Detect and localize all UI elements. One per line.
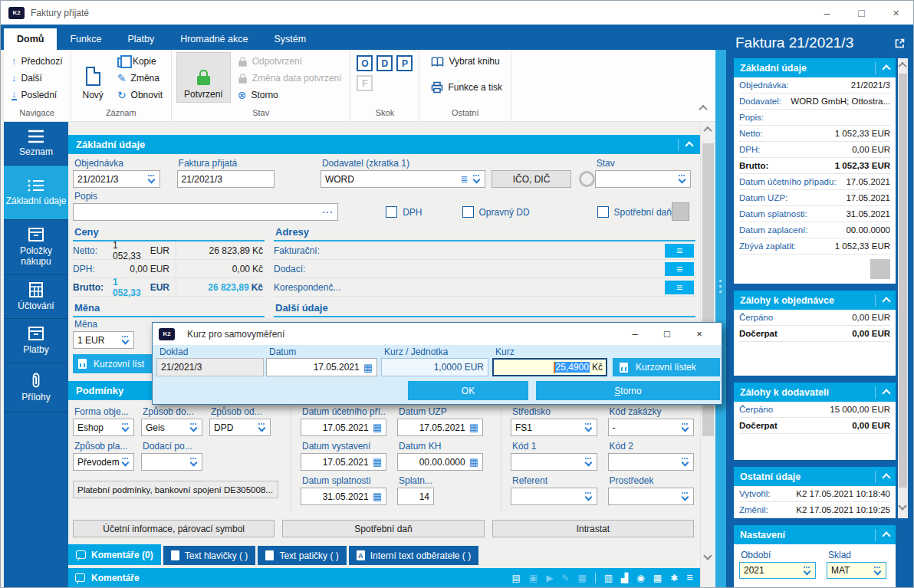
dropdown-icon[interactable]: [472, 175, 481, 183]
forma-objednani-combo[interactable]: Eshop: [73, 419, 134, 436]
collapse-card-button[interactable]: [875, 294, 889, 307]
dropdown-icon[interactable]: [678, 175, 686, 183]
stredisko-combo[interactable]: FS1: [511, 419, 597, 436]
jump-o-button[interactable]: O: [357, 55, 373, 71]
datum-vystaveni-input[interactable]: 17.05.2021▦: [301, 453, 386, 471]
sklad-combo[interactable]: MAT: [827, 562, 886, 579]
collapse-card-button[interactable]: [875, 471, 889, 483]
dialog-maximize-button[interactable]: □: [651, 328, 683, 340]
collapse-ribbon-button[interactable]: [700, 103, 706, 113]
collapse-card-button[interactable]: [875, 386, 889, 399]
dropdown-icon[interactable]: [121, 458, 130, 466]
select-book-button[interactable]: Vybrat knihu: [427, 54, 506, 69]
scroll-up-icon[interactable]: [898, 62, 906, 71]
dropdown-icon[interactable]: [121, 336, 130, 344]
address-menu-button[interactable]: [665, 244, 694, 258]
address-menu-button[interactable]: [665, 262, 694, 276]
referent-combo[interactable]: [511, 488, 597, 505]
print-icon[interactable]: [604, 573, 613, 583]
storno-button[interactable]: Storno: [536, 381, 720, 400]
faktura-input[interactable]: 21/2021/3: [177, 170, 275, 188]
spotrebni-dan-button[interactable]: Spotřební daň: [282, 520, 484, 537]
users-icon[interactable]: [636, 573, 644, 583]
popis-input[interactable]: ···: [73, 203, 338, 221]
tab-platby[interactable]: Platby: [114, 28, 167, 50]
address-menu-button[interactable]: [665, 281, 694, 294]
jump-d-button[interactable]: D: [376, 55, 393, 71]
calendar-icon[interactable]: ▦: [469, 457, 478, 467]
close-button[interactable]: ×: [879, 1, 913, 25]
dropdown-icon[interactable]: [681, 492, 689, 501]
splatnost-input[interactable]: 14: [397, 488, 434, 505]
kurzovni-listek-button[interactable]: Kurzovní lístek: [613, 358, 720, 376]
zpusob-odeslani-combo[interactable]: DPD: [209, 419, 271, 436]
opravny-dd-checkbox[interactable]: [462, 206, 474, 218]
previous-button[interactable]: ↑ Předchozí: [8, 54, 66, 69]
mena-combo[interactable]: 1 EUR: [73, 331, 134, 349]
confirm-button[interactable]: Potvrzení: [176, 52, 231, 103]
dodavatel-combo[interactable]: WORD ≣: [321, 170, 485, 188]
functions-print-button[interactable]: Funkce a tisk: [427, 80, 506, 95]
prostredek-combo[interactable]: [608, 488, 695, 505]
datum-splatnosti-input[interactable]: 31.05.2021▦: [301, 488, 386, 505]
scroll-down-icon[interactable]: [898, 501, 906, 510]
change-button[interactable]: ✎ Změna: [113, 71, 166, 86]
calendar-icon[interactable]: ▦: [363, 363, 373, 373]
dodaci-podminky-combo[interactable]: [141, 453, 202, 471]
kurz-input[interactable]: 25,4900 Kč: [492, 358, 607, 376]
dph-checkbox[interactable]: [386, 206, 397, 218]
collapse-section-button[interactable]: [678, 139, 692, 151]
tab-text-hlavicky[interactable]: Text hlavičky ( ): [163, 546, 256, 565]
columns-icon[interactable]: [653, 573, 662, 583]
scrollbar-thumb[interactable]: [899, 74, 907, 488]
dropdown-icon[interactable]: [681, 423, 689, 432]
settings-icon[interactable]: [670, 573, 678, 583]
objednavka-combo[interactable]: 21/2021/3: [73, 170, 160, 188]
dropdown-icon[interactable]: [584, 492, 593, 501]
ico-dic-button[interactable]: IČO, DIČ: [492, 170, 570, 188]
sidebar-item-zakladni-udaje[interactable]: Základní údaje: [4, 166, 68, 220]
dialog-minimize-button[interactable]: –: [619, 328, 651, 340]
kod-zakazky-combo[interactable]: -: [608, 419, 695, 436]
dropdown-icon[interactable]: [189, 423, 198, 432]
chart-icon[interactable]: [621, 573, 628, 583]
next-button[interactable]: ↓ Další: [8, 71, 66, 86]
tab-interni-text[interactable]: A Interní text odběratele ( ): [349, 546, 478, 565]
maximize-button[interactable]: □: [844, 1, 879, 25]
dropdown-icon[interactable]: [258, 423, 266, 432]
stav-combo[interactable]: [595, 170, 691, 188]
minimize-button[interactable]: –: [810, 1, 844, 25]
more-icon[interactable]: ···: [322, 207, 334, 218]
calendar-icon[interactable]: ▦: [373, 457, 382, 467]
storno-button[interactable]: ⊗ Storno: [234, 87, 346, 103]
new-button[interactable]: Nový: [76, 52, 110, 103]
dialog-close-button[interactable]: ×: [683, 328, 715, 340]
jump-p-button[interactable]: P: [396, 55, 413, 71]
kod1-combo[interactable]: [511, 453, 597, 471]
scroll-up-icon[interactable]: [703, 126, 712, 135]
collapse-card-button[interactable]: [875, 529, 889, 541]
dropdown-icon[interactable]: [681, 458, 689, 466]
last-button[interactable]: ↓ Poslední: [8, 87, 66, 103]
ok-button[interactable]: OK: [408, 381, 528, 400]
dropdown-icon[interactable]: [121, 423, 130, 432]
zpusob-dopravy-combo[interactable]: Geis: [141, 419, 202, 436]
refresh-button[interactable]: ↻ Obnovit: [113, 87, 166, 103]
dropdown-icon[interactable]: [147, 175, 156, 183]
panel-scrollbar[interactable]: [898, 58, 908, 518]
sidebar-item-uctovani[interactable]: Účtování: [4, 275, 68, 320]
dropdown-icon[interactable]: [584, 458, 593, 466]
expand-panel-button[interactable]: [894, 38, 906, 49]
sidebar-item-prilohy[interactable]: Přílohy: [4, 363, 68, 412]
platebni-podminky-field[interactable]: Platební podmínky, bankovní spojení DE30…: [73, 481, 278, 498]
datum-kh-input[interactable]: 00.00.0000▦: [397, 453, 483, 471]
tab-domu[interactable]: Domů: [4, 28, 57, 50]
dropdown-icon[interactable]: [584, 423, 593, 432]
datum-uzp-input[interactable]: 17.05.2021▦: [397, 419, 483, 436]
collapse-card-button[interactable]: [875, 62, 889, 74]
zpusob-platby-combo[interactable]: Převodem: [73, 453, 134, 471]
tab-system[interactable]: Systém: [261, 28, 319, 50]
calendar-icon[interactable]: ▦: [373, 422, 382, 432]
calendar-icon[interactable]: ▦: [373, 491, 382, 501]
sidebar-item-platby[interactable]: Platby: [4, 319, 68, 363]
